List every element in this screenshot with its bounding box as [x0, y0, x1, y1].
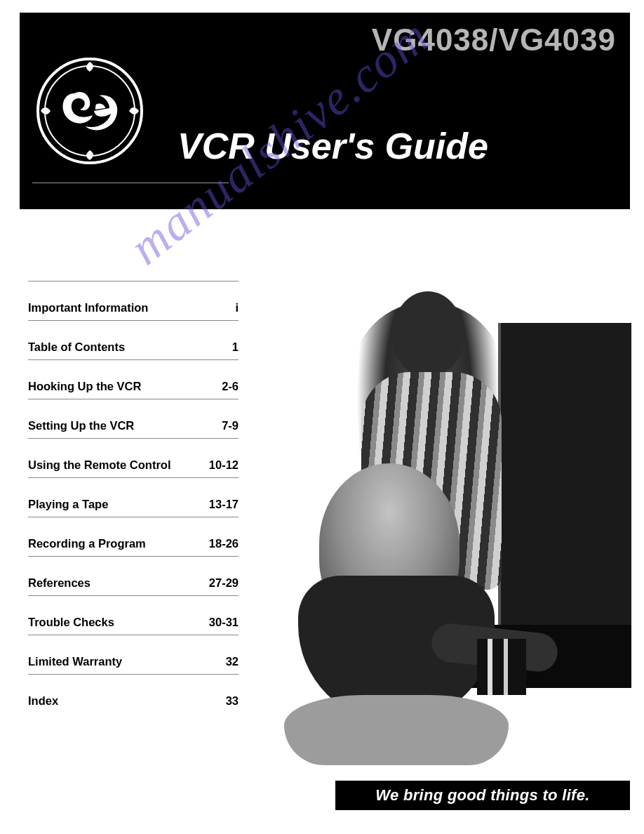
- toc-pages: 13-17: [209, 498, 239, 511]
- toc-label: References: [28, 576, 90, 590]
- tagline-text: We bring good things to life.: [375, 786, 589, 805]
- person-sitting-illustration: [277, 463, 509, 723]
- toc-label: Hooking Up the VCR: [28, 380, 141, 393]
- toc-row: Trouble Checks 30-31: [28, 595, 239, 635]
- toc-row: References 27-29: [28, 556, 239, 595]
- toc-label: Limited Warranty: [28, 655, 122, 668]
- toc-row: Limited Warranty 32: [28, 635, 239, 674]
- model-number: VG4038/VG4039: [372, 22, 616, 58]
- ge-logo: [34, 55, 146, 167]
- toc-pages: 33: [226, 694, 239, 708]
- toc-row: Table of Contents 1: [28, 320, 239, 359]
- toc-label: Setting Up the VCR: [28, 419, 134, 432]
- vhs-tapes-illustration: [477, 639, 526, 695]
- legs-illustration: [284, 695, 509, 765]
- header-band: VG4038/VG4039 VCR User's Guide: [20, 13, 630, 209]
- toc-row: Hooking Up the VCR 2-6: [28, 359, 239, 399]
- toc-pages: 30-31: [209, 616, 239, 629]
- toc-label: Table of Contents: [28, 340, 125, 354]
- toc-row: Index 33: [28, 674, 239, 713]
- toc-pages: 2-6: [222, 380, 239, 393]
- toc-label: Important Information: [28, 301, 148, 315]
- person-standing-head-illustration: [393, 291, 463, 376]
- toc-row: Important Information i: [28, 281, 239, 320]
- toc-pages: 1: [232, 340, 239, 354]
- toc-pages: i: [235, 301, 239, 315]
- toc-pages: 27-29: [209, 576, 239, 590]
- toc-row: Setting Up the VCR 7-9: [28, 399, 239, 438]
- tagline-bar: We bring good things to life.: [335, 781, 630, 810]
- toc-pages: 7-9: [222, 419, 239, 432]
- toc-pages: 18-26: [209, 537, 239, 550]
- table-of-contents: Important Information i Table of Content…: [28, 281, 239, 713]
- svg-point-1: [45, 66, 135, 156]
- toc-label: Playing a Tape: [28, 498, 108, 511]
- toc-row: Using the Remote Control 10-12: [28, 438, 239, 477]
- toc-row: Playing a Tape 13-17: [28, 477, 239, 517]
- toc-pages: 10-12: [209, 458, 239, 472]
- toc-label: Using the Remote Control: [28, 458, 171, 472]
- header-divider: [32, 183, 229, 183]
- svg-point-0: [38, 59, 142, 163]
- toc-label: Index: [28, 694, 58, 708]
- tv-illustration: [498, 323, 631, 625]
- cover-photo: [253, 281, 631, 772]
- document-title: VCR User's Guide: [177, 125, 488, 167]
- toc-label: Recording a Program: [28, 537, 146, 550]
- toc-label: Trouble Checks: [28, 616, 114, 629]
- toc-pages: 32: [226, 655, 239, 668]
- toc-row: Recording a Program 18-26: [28, 517, 239, 556]
